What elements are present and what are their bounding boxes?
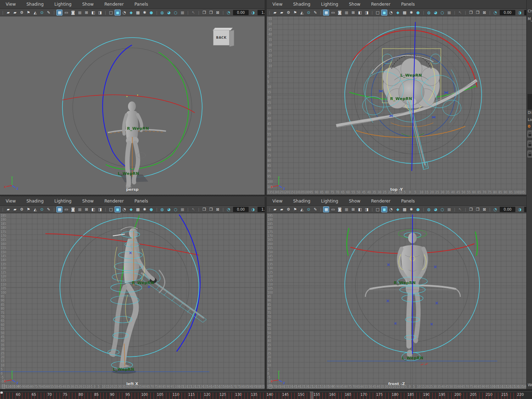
resolution-gate-icon[interactable]: ◙ <box>337 206 343 212</box>
camera-icon[interactable]: ▰ <box>5 206 11 212</box>
camera-lock-icon[interactable]: ▰ <box>12 206 18 212</box>
xray-joints-icon[interactable]: ◕ <box>166 206 172 212</box>
plugin-shapes-icon[interactable]: ⊠ <box>215 206 221 212</box>
field-chart-icon[interactable]: ⊞ <box>83 10 89 16</box>
safe-title-icon[interactable]: ◨ <box>364 206 370 212</box>
image-plane-icon[interactable]: ◭ <box>32 206 38 212</box>
camera-settings-icon[interactable]: ⚙ <box>19 206 25 212</box>
camera-lock-icon[interactable]: ▰ <box>279 10 285 16</box>
grease-pencil-icon[interactable]: ✎ <box>312 206 318 212</box>
layer-lock-button[interactable] <box>527 131 532 138</box>
safe-action-icon[interactable]: ◧ <box>357 206 363 212</box>
bookmark-icon[interactable]: ⚑ <box>292 206 298 212</box>
selection-highlight-icon[interactable]: ↖ <box>457 206 463 212</box>
safe-title-icon[interactable]: ◨ <box>97 206 103 212</box>
wireframe-on-shaded-icon[interactable]: ▩ <box>401 206 408 212</box>
lights-icon[interactable]: ✺ <box>408 206 414 212</box>
camera-settings-icon[interactable]: ⚙ <box>286 10 292 16</box>
menu-renderer[interactable]: Renderer <box>371 199 390 204</box>
textured-icon[interactable]: ◔ <box>121 206 127 212</box>
menu-view[interactable]: View <box>6 2 16 7</box>
menu-view[interactable]: View <box>272 199 282 204</box>
gamma-toggle-icon[interactable]: ■ <box>179 206 185 212</box>
grid-icon[interactable]: ▦ <box>323 10 329 16</box>
menu-shading[interactable]: Shading <box>26 199 44 204</box>
film-gate-icon[interactable]: ▭ <box>63 206 69 212</box>
film-gate-icon[interactable]: ▭ <box>330 206 336 212</box>
menu-shading[interactable]: Shading <box>293 2 310 7</box>
field-chart-icon[interactable]: ⊞ <box>350 206 356 212</box>
resolution-gate-icon[interactable]: ◙ <box>70 206 76 212</box>
isolate-select-icon[interactable]: ❐ <box>468 10 474 16</box>
wireframe-cube-icon[interactable]: □ <box>375 10 381 16</box>
exposure-field[interactable]: 0.00 <box>233 207 249 212</box>
menu-lighting[interactable]: Lighting <box>54 2 72 7</box>
gamma-toggle-icon[interactable]: ■ <box>446 10 452 16</box>
menu-renderer[interactable]: Renderer <box>371 2 390 7</box>
wireframe-on-shaded-icon[interactable]: ▩ <box>135 206 141 212</box>
camera-lock-icon[interactable]: ▰ <box>12 10 18 16</box>
menu-show[interactable]: Show <box>82 2 94 7</box>
gate-mask-icon[interactable]: ■ <box>77 10 83 16</box>
xray-icon[interactable]: ◍ <box>159 206 165 212</box>
gamma-icon[interactable]: ◑ <box>517 10 523 16</box>
safe-title-icon[interactable]: ◨ <box>97 10 103 16</box>
film-gate-icon[interactable]: ▭ <box>330 10 336 16</box>
viewport-front-content[interactable]: R_WepRN L_WepRN 195190185180175170165160… <box>267 213 526 389</box>
wireframe-on-shaded-icon[interactable]: ▩ <box>135 10 141 16</box>
shadows-icon[interactable]: ● <box>415 10 421 16</box>
xray-joints-icon[interactable]: ◕ <box>166 10 172 16</box>
grease-pencil-icon[interactable]: ✎ <box>46 206 52 212</box>
gate-mask-icon[interactable]: ■ <box>77 206 83 212</box>
menu-lighting[interactable]: Lighting <box>321 2 338 7</box>
viewport-persp-content[interactable]: R_WepRN L_WepRN BACK y x z persp <box>0 16 265 195</box>
camera-lock-icon[interactable]: ▰ <box>279 206 285 212</box>
lights-icon[interactable]: ✺ <box>142 206 148 212</box>
exposure-toggle-icon[interactable]: ○ <box>439 10 445 16</box>
grease-pencil-icon[interactable]: ✎ <box>46 10 52 16</box>
image-plane-icon[interactable]: ◭ <box>32 10 38 16</box>
resolution-gate-icon[interactable]: ◙ <box>337 10 343 16</box>
grease-pencil-icon[interactable]: ✎ <box>312 10 318 16</box>
shadows-icon[interactable]: ● <box>148 10 154 16</box>
viewport-top-content[interactable]: L_WepRN R_WepRN -55-50-45-40-35-30-25-20… <box>267 16 526 195</box>
safe-title-icon[interactable]: ◨ <box>364 10 370 16</box>
isolate-select-icon[interactable]: ❐ <box>201 10 207 16</box>
camera-settings-icon[interactable]: ⚙ <box>19 10 25 16</box>
isolate-select-selected-icon[interactable]: ❐ <box>475 10 481 16</box>
image-plane-icon[interactable]: ◭ <box>299 10 305 16</box>
menu-renderer[interactable]: Renderer <box>104 2 124 7</box>
gamma-field[interactable]: 1.00 <box>257 10 265 15</box>
gamma-toggle-icon[interactable]: ■ <box>446 206 452 212</box>
exposure-toggle-icon[interactable]: ○ <box>173 10 179 16</box>
menu-lighting[interactable]: Lighting <box>321 199 338 204</box>
menu-panels[interactable]: Panels <box>401 199 415 204</box>
camera-icon[interactable]: ▰ <box>272 206 278 212</box>
field-chart-icon[interactable]: ⊞ <box>83 206 89 212</box>
gate-mask-icon[interactable]: ■ <box>343 206 349 212</box>
exposure-icon[interactable]: ◔ <box>226 10 232 16</box>
menu-show[interactable]: Show <box>349 199 360 204</box>
gamma-icon[interactable]: ◑ <box>250 206 256 212</box>
safe-action-icon[interactable]: ◧ <box>90 10 96 16</box>
textured-icon[interactable]: ◔ <box>388 10 394 16</box>
isolate-select-icon[interactable]: ❐ <box>201 206 207 212</box>
menu-show[interactable]: Show <box>349 2 360 7</box>
layer-lock-button[interactable] <box>527 140 532 148</box>
viewport-left-content[interactable]: R_WepRN L_WepRN 195190185180175170165160… <box>0 213 265 389</box>
selection-highlight-icon[interactable]: ↖ <box>190 10 196 16</box>
wireframe-on-shaded-icon[interactable]: ▩ <box>401 10 408 16</box>
bookmark-icon[interactable]: ⚑ <box>26 10 32 16</box>
view-cube[interactable]: BACK <box>213 27 237 48</box>
grid-icon[interactable]: ▦ <box>56 206 62 212</box>
camera-settings-icon[interactable]: ⚙ <box>286 206 292 212</box>
menu-view[interactable]: View <box>6 199 16 204</box>
exposure-icon[interactable]: ◔ <box>226 206 232 212</box>
textured-icon[interactable]: ◔ <box>121 10 127 16</box>
xray-joints-icon[interactable]: ◕ <box>433 206 439 212</box>
bookmark-icon[interactable]: ⚑ <box>26 206 32 212</box>
menu-show[interactable]: Show <box>82 199 94 204</box>
menu-lighting[interactable]: Lighting <box>54 199 72 204</box>
menu-renderer[interactable]: Renderer <box>104 199 124 204</box>
exposure-toggle-icon[interactable]: ○ <box>173 206 179 212</box>
